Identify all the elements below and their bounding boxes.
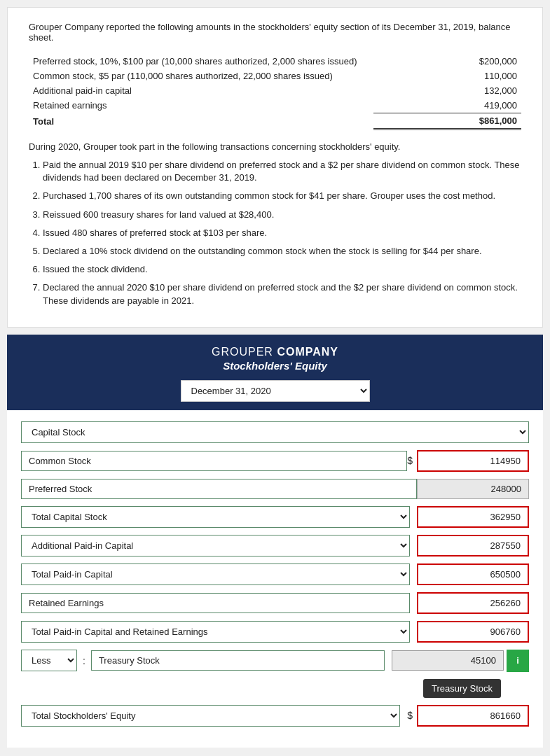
company-name: GROUPER COMPANY	[14, 346, 536, 358]
total-row: Total $861,000	[29, 113, 521, 130]
common-stock-label: Common Stock	[21, 451, 407, 471]
transaction-item: Issued 480 shares of preferred stock at …	[43, 227, 521, 239]
transaction-item: Purchased 1,700 shares of its own outsta…	[43, 190, 521, 202]
additional-paid-in-row: Additional Paid-in Capital	[21, 535, 529, 556]
total-paid-retained-wrap[interactable]: Total Paid-in Capital and Retained Earni…	[21, 621, 410, 643]
total-paid-in-select[interactable]: Total Paid-in Capital	[21, 564, 410, 585]
balance-amount: $200,000	[373, 54, 521, 69]
retained-earnings-label: Retained Earnings	[21, 593, 410, 613]
total-paid-retained-select[interactable]: Total Paid-in Capital and Retained Earni…	[21, 621, 410, 643]
transactions-intro: During 2020, Grouper took part in the fo…	[29, 141, 521, 152]
total-capital-stock-wrap[interactable]: Total Capital Stock	[21, 506, 410, 528]
treasury-tooltip: Treasury Stock	[423, 679, 501, 698]
treasury-stock-input[interactable]	[91, 650, 385, 671]
preferred-stock-amount-input[interactable]	[417, 479, 529, 499]
dollar-sign-total: $	[407, 710, 413, 721]
date-select[interactable]: December 31, 2020	[181, 380, 370, 402]
transactions-section: During 2020, Grouper took part in the fo…	[29, 141, 521, 307]
balance-amount: 419,000	[373, 98, 521, 113]
balance-amount: 132,000	[373, 83, 521, 98]
transaction-item: Issued the stock dividend.	[43, 263, 521, 276]
retained-earnings-row: Retained Earnings	[21, 592, 529, 614]
tooltip-row: Treasury Stock	[21, 679, 501, 698]
total-capital-stock-select[interactable]: Total Capital Stock	[21, 506, 410, 528]
total-amount: $861,000	[373, 113, 521, 130]
equity-header: GROUPER COMPANY Stockholders' Equity Dec…	[7, 335, 543, 410]
dollar-sign-common: $	[407, 455, 413, 466]
total-equity-row: Total Stockholders' Equity $	[21, 705, 529, 727]
less-select[interactable]: Less	[21, 650, 77, 671]
transaction-item: Declared a 10% stock dividend on the out…	[43, 245, 521, 258]
preferred-stock-row: Preferred Stock	[21, 479, 529, 499]
common-stock-label-wrap: Common Stock	[21, 451, 407, 471]
treasury-stock-row: Less : i	[21, 650, 529, 672]
additional-paid-in-wrap[interactable]: Additional Paid-in Capital	[21, 535, 410, 556]
total-equity-input[interactable]	[417, 705, 529, 727]
balance-row: Additional paid-in capital 132,000	[29, 83, 521, 98]
capital-stock-select[interactable]: Capital Stock	[21, 421, 529, 443]
equity-section: GROUPER COMPANY Stockholders' Equity Dec…	[7, 335, 543, 748]
total-capital-stock-row: Total Capital Stock	[21, 506, 529, 528]
date-select-wrap[interactable]: December 31, 2020	[14, 380, 536, 402]
company-name-bold: COMPANY	[277, 346, 338, 358]
transaction-item: Reissued 600 treasury shares for land va…	[43, 209, 521, 221]
balance-label: Common stock, $5 par (110,000 shares aut…	[29, 69, 373, 83]
total-equity-wrap[interactable]: Total Stockholders' Equity	[21, 705, 400, 727]
total-paid-in-wrap[interactable]: Total Paid-in Capital	[21, 564, 410, 585]
total-label: Total	[29, 113, 373, 130]
info-button[interactable]: i	[507, 650, 529, 672]
total-paid-retained-row: Total Paid-in Capital and Retained Earni…	[21, 621, 529, 643]
company-name-normal: GROUPER	[212, 346, 273, 358]
balance-row: Retained earnings 419,000	[29, 98, 521, 113]
total-paid-in-input[interactable]	[417, 564, 529, 585]
balance-label: Additional paid-in capital	[29, 83, 373, 98]
balance-label: Preferred stock, 10%, $100 par (10,000 s…	[29, 54, 373, 69]
additional-paid-in-select[interactable]: Additional Paid-in Capital	[21, 535, 410, 556]
additional-paid-in-input[interactable]	[417, 535, 529, 556]
total-paid-in-row: Total Paid-in Capital	[21, 564, 529, 585]
equity-body: Capital Stock Common Stock $ Preferred S…	[7, 410, 543, 748]
total-equity-select[interactable]: Total Stockholders' Equity	[21, 705, 400, 727]
less-colon: :	[83, 655, 85, 666]
total-capital-stock-input[interactable]	[417, 506, 529, 528]
common-stock-row: Common Stock $	[21, 450, 529, 472]
transactions-list: Paid the annual 2019 $10 per share divid…	[43, 159, 521, 307]
transaction-item: Declared the annual 2020 $10 per share d…	[43, 281, 521, 307]
balance-row: Common stock, $5 par (110,000 shares aut…	[29, 69, 521, 83]
capital-stock-dropdown-wrap[interactable]: Capital Stock	[21, 421, 529, 443]
common-stock-amount-input[interactable]	[417, 450, 529, 472]
preferred-stock-label-wrap: Preferred Stock	[21, 479, 417, 499]
balance-amount: 110,000	[373, 69, 521, 83]
treasury-stock-amount-input[interactable]	[392, 650, 504, 671]
retained-earnings-input[interactable]	[417, 592, 529, 614]
total-paid-retained-input[interactable]	[417, 621, 529, 643]
balance-label: Retained earnings	[29, 98, 373, 113]
transaction-item: Paid the annual 2019 $10 per share divid…	[43, 159, 521, 184]
intro-text: Grouper Company reported the following a…	[29, 22, 521, 43]
balance-row: Preferred stock, 10%, $100 par (10,000 s…	[29, 54, 521, 69]
section-title: Stockholders' Equity	[14, 360, 536, 372]
problem-statement: Grouper Company reported the following a…	[7, 7, 543, 328]
retained-earnings-label-wrap: Retained Earnings	[21, 593, 410, 613]
balance-sheet-table: Preferred stock, 10%, $100 par (10,000 s…	[29, 54, 521, 130]
preferred-stock-label: Preferred Stock	[21, 479, 417, 499]
capital-stock-row: Capital Stock	[21, 421, 529, 443]
